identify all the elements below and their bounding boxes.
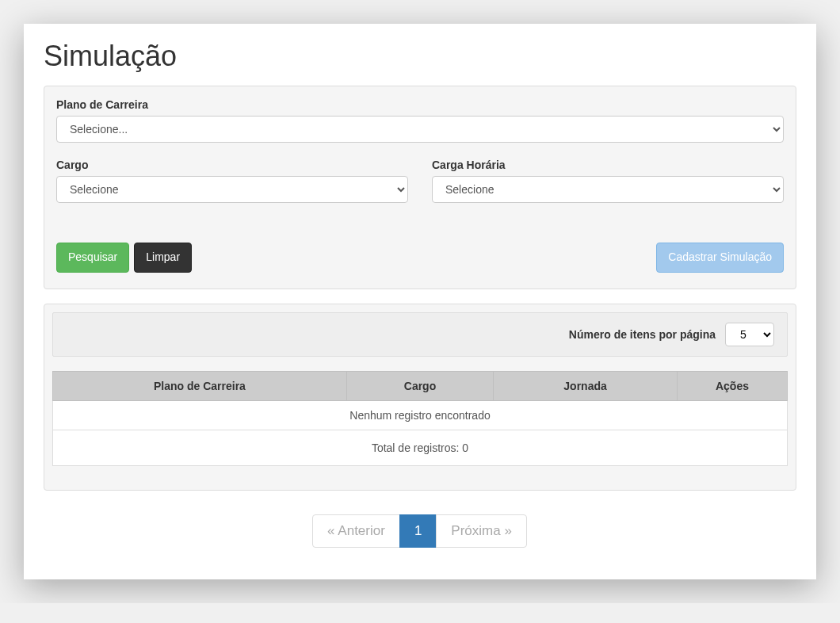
results-panel: Número de itens por página 5 Plano de Ca… [44,304,796,491]
empty-message: Nenhum registro encontrado [53,400,788,430]
plano-select[interactable]: Selecione... [56,116,784,143]
col-acoes: Ações [677,371,787,400]
page-container: Simulação Plano de Carreira Selecione...… [24,24,816,579]
pesquisar-button[interactable]: Pesquisar [56,243,129,273]
cargo-label: Cargo [56,159,408,171]
cargo-select[interactable]: Selecione [56,176,408,203]
row-cargo-carga: Cargo Selecione Carga Horária Selecione [56,159,784,219]
pagination-next[interactable]: Próxima » [436,514,527,548]
cadastrar-button[interactable]: Cadastrar Simulação [656,243,784,273]
pagination-prev[interactable]: « Anterior [312,514,400,548]
carga-group: Carga Horária Selecione [432,159,784,203]
table-row-empty: Nenhum registro encontrado [53,400,788,430]
items-per-page-label: Número de itens por página [569,328,716,341]
left-buttons: Pesquisar Limpar [56,243,192,273]
results-table: Plano de Carreira Cargo Jornada Ações Ne… [52,371,788,430]
pagination-current[interactable]: 1 [399,514,437,548]
col-plano: Plano de Carreira [53,371,347,400]
col-jornada: Jornada [494,371,678,400]
carga-label: Carga Horária [432,159,784,171]
limpar-button[interactable]: Limpar [134,243,192,273]
items-per-page-select[interactable]: 5 [725,323,774,346]
items-per-page-bar: Número de itens por página 5 [52,312,788,357]
plano-label: Plano de Carreira [56,98,784,111]
plano-group: Plano de Carreira Selecione... [56,98,784,143]
cargo-group: Cargo Selecione [56,159,408,203]
search-panel: Plano de Carreira Selecione... Cargo Sel… [44,86,796,289]
page-title: Simulação [44,40,796,73]
total-registros: Total de registros: 0 [52,430,788,466]
table-header-row: Plano de Carreira Cargo Jornada Ações [53,371,788,400]
col-cargo: Cargo [346,371,493,400]
carga-select[interactable]: Selecione [432,176,784,203]
pagination: « Anterior 1 Próxima » [44,514,796,548]
button-row: Pesquisar Limpar Cadastrar Simulação [56,243,784,273]
